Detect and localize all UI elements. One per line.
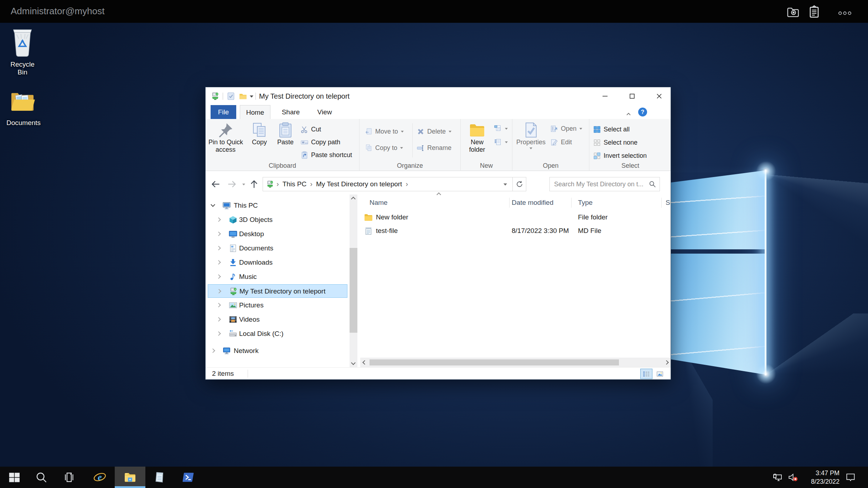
- chevron-right-icon[interactable]: [216, 274, 221, 279]
- recent-locations-dropdown-icon[interactable]: [242, 184, 245, 186]
- quick-access-toolbar-dropdown-icon[interactable]: [250, 95, 253, 98]
- column-separator[interactable]: [571, 198, 572, 208]
- network-tray-icon[interactable]: [773, 472, 783, 483]
- taskbar-button-task-view[interactable]: [61, 467, 78, 488]
- paste-button[interactable]: Paste: [274, 121, 297, 146]
- taskbar-button-start[interactable]: [6, 467, 23, 488]
- sidebar-item-network[interactable]: Network: [206, 344, 350, 358]
- chevron-right-icon[interactable]: [211, 348, 215, 353]
- taskbar-button-powershell[interactable]: [180, 467, 197, 488]
- select-all-button[interactable]: Select all: [593, 124, 630, 135]
- chevron-down-icon[interactable]: [211, 202, 215, 207]
- thumbnail-view-button[interactable]: [654, 369, 666, 379]
- refresh-button[interactable]: [513, 177, 526, 191]
- tab-file[interactable]: File: [211, 105, 236, 119]
- breadcrumb-current-folder[interactable]: My Test Directory on teleport: [316, 180, 402, 188]
- maximize-button[interactable]: [623, 87, 641, 105]
- file-row-new-folder[interactable]: New folderFile folder: [360, 211, 671, 224]
- sidebar-item-my-test-directory-on-teleport[interactable]: My Test Directory on teleport: [208, 284, 347, 298]
- desktop-icon-documents[interactable]: Documents: [6, 88, 38, 127]
- chevron-right-icon[interactable]: [217, 289, 221, 294]
- desktop-icon-recycle-bin[interactable]: Recycle Bin: [6, 27, 38, 76]
- file-row-test-file[interactable]: test-file8/17/2022 3:30 PMMD File: [360, 224, 671, 238]
- details-view-button[interactable]: [640, 369, 652, 379]
- clipboard-icon[interactable]: [807, 5, 821, 19]
- chevron-right-icon[interactable]: [216, 246, 221, 250]
- chevron-right-icon[interactable]: [216, 217, 221, 222]
- sidebar-item-pictures[interactable]: Pictures: [206, 298, 350, 312]
- invert-selection-button[interactable]: Invert selection: [593, 150, 647, 161]
- column-separator[interactable]: [509, 198, 510, 208]
- chevron-right-icon[interactable]: [216, 331, 221, 336]
- sidebar-item-this-pc[interactable]: This PC: [206, 199, 350, 212]
- sidebar-item-videos[interactable]: Videos: [206, 313, 350, 326]
- back-icon[interactable]: [211, 179, 221, 189]
- action-center-icon[interactable]: [845, 472, 856, 483]
- column-header-type[interactable]: Type: [578, 196, 593, 209]
- minimize-button[interactable]: [596, 87, 614, 105]
- tab-view[interactable]: View: [310, 105, 339, 119]
- address-bar[interactable]: › This PC › My Test Directory on telepor…: [263, 177, 513, 191]
- pin-to-quick-access-button[interactable]: Pin to Quick access: [208, 121, 243, 154]
- volume-muted-icon[interactable]: [787, 472, 798, 483]
- sidebar-scrollbar-thumb[interactable]: [350, 248, 357, 333]
- taskbar-button-internet-explorer[interactable]: e: [91, 467, 108, 488]
- column-header-size[interactable]: Size: [666, 196, 671, 209]
- search-box[interactable]: [549, 177, 660, 191]
- column-header-name[interactable]: Name: [370, 196, 388, 209]
- taskbar-clock[interactable]: 3:47 PM 8/23/2022: [801, 469, 839, 486]
- column-separator[interactable]: [661, 198, 662, 208]
- search-input[interactable]: [549, 177, 660, 191]
- chevron-right-icon[interactable]: [216, 303, 221, 307]
- new-folder-button[interactable]: New folder: [463, 121, 491, 154]
- folder-quick-access-icon[interactable]: [238, 92, 248, 101]
- address-dropdown-icon[interactable]: [503, 183, 507, 186]
- open-button[interactable]: Open: [550, 123, 582, 134]
- copy-to-button[interactable]: Copy to: [365, 142, 403, 153]
- sidebar-item-desktop[interactable]: Desktop: [206, 227, 350, 241]
- paste-shortcut-button[interactable]: Paste shortcut: [300, 150, 352, 160]
- properties-quick-access-icon[interactable]: [226, 92, 236, 101]
- sidebar-scrollbar[interactable]: [350, 194, 357, 367]
- collapse-ribbon-icon[interactable]: [626, 111, 631, 114]
- sidebar-item-documents[interactable]: Documents: [206, 242, 350, 255]
- file-transfer-icon[interactable]: [787, 5, 800, 19]
- move-to-button[interactable]: Move to: [365, 126, 404, 137]
- column-header-date-modified[interactable]: Date modified: [512, 196, 553, 209]
- copy-path-button[interactable]: Copy path: [300, 137, 340, 147]
- tab-share[interactable]: Share: [276, 105, 305, 119]
- copy-button[interactable]: Copy: [248, 121, 271, 146]
- horizontal-scrollbar-thumb[interactable]: [370, 359, 619, 365]
- up-icon[interactable]: [249, 179, 259, 189]
- more-options-icon[interactable]: [838, 6, 852, 20]
- file-list-horizontal-scrollbar[interactable]: [360, 358, 671, 367]
- chevron-right-icon[interactable]: [216, 317, 221, 322]
- edit-button[interactable]: Edit: [550, 137, 572, 147]
- close-button[interactable]: [650, 87, 668, 105]
- scroll-left-icon[interactable]: [362, 360, 367, 365]
- breadcrumb-chevron-icon[interactable]: ›: [405, 180, 408, 188]
- delete-button[interactable]: Delete: [417, 126, 451, 137]
- help-icon[interactable]: ?: [638, 108, 647, 116]
- forward-icon[interactable]: [227, 179, 237, 189]
- sidebar-item-3d-objects[interactable]: 3D Objects: [206, 213, 350, 227]
- easy-access-button[interactable]: [494, 137, 508, 147]
- window-titlebar[interactable]: My Test Directory on teleport: [206, 87, 671, 105]
- select-none-button[interactable]: Select none: [593, 137, 637, 148]
- breadcrumb-chevron-icon[interactable]: ›: [310, 180, 312, 188]
- properties-button[interactable]: Properties: [514, 121, 548, 149]
- taskbar-button-notepad[interactable]: [151, 467, 168, 488]
- rename-button[interactable]: Rename: [417, 142, 451, 153]
- chevron-right-icon[interactable]: [216, 232, 221, 236]
- sidebar-item-music[interactable]: Music: [206, 270, 350, 284]
- taskbar-button-search[interactable]: [33, 467, 50, 488]
- chevron-right-icon[interactable]: [216, 260, 221, 265]
- scroll-right-icon[interactable]: [664, 360, 669, 365]
- new-item-button[interactable]: [494, 123, 508, 134]
- taskbar-button-file-explorer[interactable]: [115, 467, 145, 488]
- sidebar-item-downloads[interactable]: Downloads: [206, 256, 350, 269]
- breadcrumb-this-pc[interactable]: This PC: [283, 180, 307, 188]
- scroll-up-icon[interactable]: [351, 197, 356, 201]
- cut-button[interactable]: Cut: [300, 124, 321, 135]
- scroll-down-icon[interactable]: [351, 360, 356, 365]
